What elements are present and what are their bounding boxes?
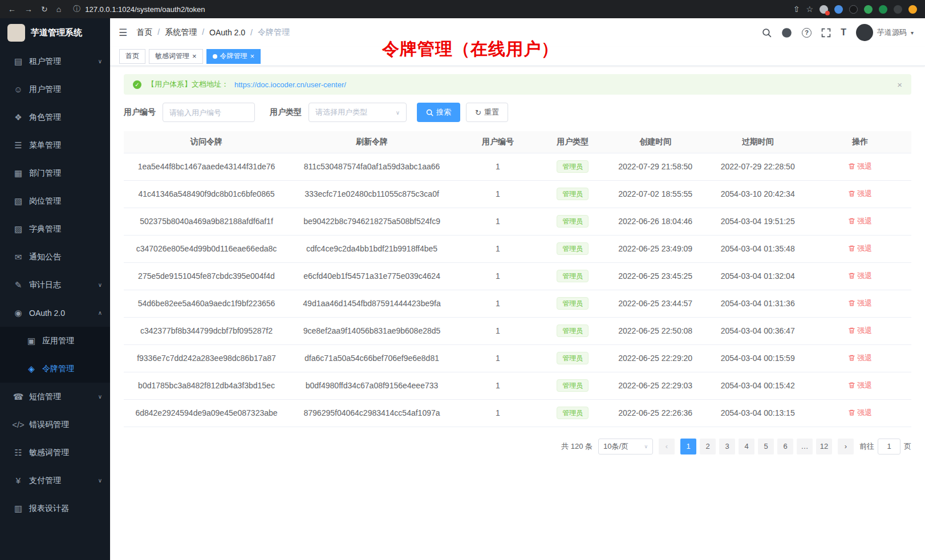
close-alert-icon[interactable]: × [897, 80, 902, 90]
sidebar-item-dict[interactable]: ▨ 字典管理 [0, 215, 110, 243]
tab-sensitive-word[interactable]: 敏感词管理 × [149, 49, 203, 64]
extension-icon[interactable] [879, 5, 887, 14]
extension-icon[interactable] [864, 5, 873, 14]
alert-text: 【用户体系】文档地址： [147, 79, 229, 90]
browser-chrome: ← → ↻ ⌂ ⓘ 127.0.0.1:1024/system/oauth2/t… [0, 0, 925, 18]
extension-icon[interactable] [849, 5, 858, 14]
audit-log-icon: ✎ [12, 280, 25, 290]
sidebar-item-post[interactable]: ▧ 岗位管理 [0, 187, 110, 215]
goto-page-input[interactable] [878, 439, 900, 455]
prev-page-button[interactable]: ‹ [659, 439, 675, 455]
address-bar[interactable]: ⓘ 127.0.0.1:1024/system/oauth2/token [73, 4, 205, 14]
sidebar-item-sensitive-word[interactable]: ☷ 敏感词管理 [0, 439, 110, 466]
close-tab-icon[interactable]: × [192, 52, 197, 60]
app-logo[interactable]: 芋道管理系统 [0, 18, 110, 47]
force-logout-button[interactable]: 强退 [848, 380, 872, 391]
expire-time-cell: 2054-03-10 20:42:34 [707, 180, 809, 208]
page-number-button[interactable]: 3 [719, 439, 735, 455]
page-content: ✓ 【用户体系】文档地址： https://doc.iocoder.cn/use… [110, 66, 925, 560]
refresh-token-cell: b0df4980ffd34c67a08f9156e4eee733 [289, 372, 455, 399]
search-icon[interactable] [762, 28, 772, 38]
expire-time-cell: 2054-03-04 00:13:15 [707, 399, 809, 427]
browser-home-icon[interactable]: ⌂ [56, 5, 61, 13]
next-page-button[interactable]: › [838, 439, 854, 455]
doc-link[interactable]: https://doc.iocoder.cn/user-center/ [234, 80, 346, 89]
force-logout-button[interactable]: 强退 [848, 298, 872, 309]
page-number-button[interactable]: 2 [700, 439, 716, 455]
sidebar-item-oauth2[interactable]: ◉ OAuth 2.0 ∧ [0, 299, 110, 327]
breadcrumb-home[interactable]: 首页/ [136, 27, 165, 38]
sidebar-item-dept[interactable]: ▦ 部门管理 [0, 159, 110, 187]
sidebar-item-token-management[interactable]: ◈ 令牌管理 [0, 355, 110, 383]
extension-icon[interactable] [819, 5, 828, 14]
bookmark-star-icon[interactable]: ☆ [806, 5, 813, 13]
page-number-button[interactable]: … [797, 439, 813, 455]
close-tab-icon[interactable]: × [250, 52, 255, 60]
github-icon[interactable] [781, 27, 792, 38]
access-token-cell: 54d6be82ee5a460a9aedc1f9bf223656 [124, 290, 289, 317]
sidebar-item-app-management[interactable]: ▣ 应用管理 [0, 327, 110, 355]
extension-icon[interactable] [894, 5, 902, 14]
sidebar-item-user[interactable]: ☺ 用户管理 [0, 75, 110, 103]
sidebar-item-sms[interactable]: ☎ 短信管理 ∨ [0, 383, 110, 411]
topbar-tools: ? T 芋道源码 ▾ [762, 24, 914, 41]
breadcrumb-token-management[interactable]: 令牌管理/ [258, 27, 290, 38]
access-token-cell: c347026e805e4d99b0d116eae66eda8c [124, 235, 289, 262]
sidebar-item-report-designer[interactable]: ▥ 报表设计器 [0, 494, 110, 522]
sidebar-item-role[interactable]: ❖ 角色管理 [0, 103, 110, 131]
share-icon[interactable]: ⇧ [793, 5, 800, 13]
delete-icon [848, 163, 855, 170]
column-header: 刷新令牌 [289, 131, 455, 153]
sidebar-item-menu[interactable]: ☰ 菜单管理 [0, 131, 110, 159]
tab-home[interactable]: 首页 × [119, 49, 145, 64]
force-logout-button[interactable]: 强退 [848, 189, 872, 199]
breadcrumb-oauth2[interactable]: OAuth 2.0/ [209, 28, 258, 37]
site-info-icon[interactable]: ⓘ [73, 4, 80, 14]
help-icon[interactable]: ? [802, 28, 812, 38]
user-type-select[interactable]: 请选择用户类型 ∨ [309, 103, 407, 122]
page-size-select[interactable]: 10条/页 ∨ [598, 439, 653, 455]
tab-token-management[interactable]: 令牌管理 × [206, 49, 261, 64]
fullscreen-icon[interactable] [821, 28, 831, 38]
extension-icon[interactable] [834, 5, 843, 14]
sidebar-item-payment[interactable]: ¥ 支付管理 ∨ [0, 466, 110, 494]
force-logout-button[interactable]: 强退 [848, 353, 872, 363]
search-button[interactable]: 搜索 [417, 103, 460, 122]
delete-icon [848, 299, 855, 307]
select-arrow-icon: ∨ [644, 444, 648, 449]
force-logout-button[interactable]: 强退 [848, 216, 872, 226]
create-time-cell: 2022-07-29 21:58:50 [604, 153, 707, 180]
breadcrumb-system-management[interactable]: 系统管理/ [165, 27, 209, 38]
sidebar-item-audit-log[interactable]: ✎ 审计日志 ∨ [0, 271, 110, 299]
action-cell: 强退 [809, 399, 911, 427]
notice-icon: ✉ [12, 252, 25, 262]
browser-profile-avatar[interactable] [908, 5, 917, 14]
browser-forward-icon[interactable]: → [25, 5, 33, 13]
collapse-sidebar-icon[interactable]: ☰ [119, 27, 127, 39]
page-number-button[interactable]: 5 [758, 439, 774, 455]
report-designer-icon: ▥ [12, 504, 25, 514]
column-header: 用户类型 [541, 131, 604, 153]
page-number-button[interactable]: 12 [816, 439, 832, 455]
page-number-button[interactable]: 4 [739, 439, 754, 455]
font-size-icon[interactable]: T [841, 27, 846, 38]
browser-back-icon[interactable]: ← [8, 5, 16, 13]
force-logout-button[interactable]: 强退 [848, 326, 872, 336]
user-id-input[interactable] [163, 103, 255, 122]
column-header: 访问令牌 [124, 131, 289, 153]
force-logout-button[interactable]: 强退 [848, 161, 872, 172]
force-logout-button[interactable]: 强退 [848, 271, 872, 281]
sidebar-item-notice[interactable]: ✉ 通知公告 [0, 243, 110, 271]
browser-reload-icon[interactable]: ↻ [41, 5, 48, 13]
page-number-button[interactable]: 1 [680, 439, 696, 455]
force-logout-button[interactable]: 强退 [848, 408, 872, 418]
extension-badge [825, 11, 830, 15]
force-logout-button[interactable]: 强退 [848, 244, 872, 254]
table-row: 41c41346a548490f9dc8b01c6bfe0865 333ecfc… [124, 180, 911, 208]
sidebar-item-tenant[interactable]: ▤ 租户管理 ∨ [0, 47, 110, 75]
page-number-button[interactable]: 6 [777, 439, 793, 455]
user-menu[interactable]: 芋道源码 ▾ [856, 24, 914, 41]
reset-button[interactable]: ↻ 重置 [466, 103, 508, 122]
avatar [856, 24, 873, 41]
sidebar-item-error-code[interactable]: </> 错误码管理 [0, 411, 110, 439]
